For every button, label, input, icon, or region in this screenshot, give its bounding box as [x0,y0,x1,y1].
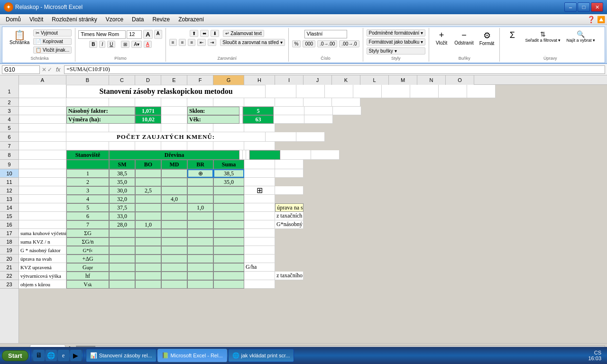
cell-F10-selected[interactable]: ⊕ [187,169,213,178]
cell-D20[interactable] [135,255,161,263]
cell-D7[interactable] [135,142,161,150]
cell-H19[interactable] [244,246,275,255]
cell-H15[interactable] [244,212,275,220]
col-header-H[interactable]: H [244,75,275,85]
row-header-20[interactable]: 20 [0,255,18,263]
cell-C5[interactable] [109,124,135,132]
fill-color-button[interactable]: A▾ [131,41,142,48]
cell-E12[interactable] [161,186,187,195]
close-btn[interactable]: ✕ [591,2,603,12]
cell-B2[interactable] [66,98,109,107]
cell-C16[interactable]: 28,0 [109,220,135,229]
cell-C22[interactable] [109,272,135,280]
cell-F20[interactable] [187,255,213,263]
cell-B7[interactable] [66,142,109,150]
cell-H3[interactable] [274,107,304,115]
cell-G18[interactable] [213,237,244,246]
cell-H18[interactable] [244,237,275,246]
cell-I2[interactable] [275,98,304,107]
cell-A3[interactable] [19,107,66,115]
cell-B21[interactable]: Gupr [66,263,109,272]
font-grow-button[interactable]: A [143,30,152,39]
number-format-dropdown[interactable]: Vlastní [304,30,347,38]
cell-D10[interactable] [135,169,161,178]
cell-H17[interactable] [244,229,275,237]
cell-B3[interactable]: Násobný faktor: [66,107,135,115]
col-header-K[interactable]: K [332,75,360,85]
cell-G22[interactable] [213,272,244,280]
cell-D5[interactable] [135,124,161,132]
delete-cells-button[interactable]: − Odstranit [452,29,476,47]
cell-F14[interactable]: 1,0 [187,203,213,212]
cell-E11[interactable] [161,178,187,186]
cell-B19[interactable]: G*fc [66,246,109,255]
cell-D21[interactable] [135,263,161,272]
restore-btn[interactable]: □ [578,2,590,12]
cell-B13[interactable]: 4 [66,195,109,203]
cell-styles-button[interactable]: Styly buňky ▾ [367,47,426,55]
cell-C23[interactable] [109,280,135,289]
menu-view[interactable]: Zobrazení [175,15,208,24]
cell-E21[interactable] [161,263,187,272]
cell-F23[interactable] [187,280,213,289]
col-header-B[interactable]: B [66,75,109,85]
conditional-format-button[interactable]: Podmíněné formátování ▾ [367,29,426,36]
cell-L1[interactable] [382,85,410,98]
cell-B9[interactable] [66,160,109,169]
cell-E13[interactable]: 4,0 [161,195,187,203]
cell-G23[interactable] [213,280,244,289]
cell-E10[interactable] [161,169,187,178]
format-as-table-button[interactable]: Formátovat jako tabulku ▾ [367,38,426,46]
confirm-formula-icon[interactable]: ✓ [47,66,52,73]
row-header-22[interactable]: 22 [0,272,18,280]
col-header-D[interactable]: D [135,75,161,85]
cell-B15[interactable]: 6 [66,212,109,220]
menu-home[interactable]: Domů [2,15,25,24]
cell-E23[interactable] [161,280,187,289]
paste-button[interactable]: 📋 Schránka [7,29,32,54]
row-header-5[interactable]: 5 [0,124,18,132]
col-header-O[interactable]: O [446,75,474,85]
cell-G17[interactable] [213,229,244,237]
taskbar-item-0[interactable]: 📊 Stanovení zásoby rel... [86,349,156,362]
menu-formulas[interactable]: Vzorce [102,15,127,24]
cell-F21[interactable] [187,263,213,272]
cell-F22[interactable] [187,272,213,280]
cell-G20[interactable] [213,255,244,263]
decrease-decimal-button[interactable]: .00→.0 [339,40,359,47]
cell-A2[interactable] [19,98,66,107]
col-header-G[interactable]: G [213,75,244,85]
cell-K2[interactable] [332,98,360,107]
cell-D12[interactable]: 2,5 [135,186,161,195]
cell-H12-icon[interactable]: ⊞ [244,186,275,195]
cell-C14[interactable]: 37,5 [109,203,135,212]
cell-I4[interactable] [304,115,333,124]
menu-data[interactable]: Data [128,15,147,24]
cell-G14[interactable] [213,203,244,212]
cell-C13[interactable]: 32,0 [109,195,135,203]
cell-G9-suma[interactable]: Suma [213,160,244,169]
cell-D19[interactable] [135,246,161,255]
minimize-btn[interactable]: – [564,2,577,12]
menu-insert[interactable]: Vložit [26,15,47,24]
taskbar-item-2[interactable]: 🌐 jak vkládat print scr... [228,349,294,362]
row-header-16[interactable]: 16 [0,220,18,229]
cell-D13[interactable] [135,195,161,203]
cell-A22[interactable]: výtvarnicová výška [19,272,66,280]
cell-B4[interactable]: Výměra (ha): [66,115,135,124]
cell-G15[interactable] [213,212,244,220]
bold-button[interactable]: B [89,41,97,48]
cell-A21[interactable]: KVZ upravená [19,263,66,272]
cell-G16[interactable] [213,220,244,229]
cell-C10[interactable]: 38,5 [109,169,135,178]
row-header-14[interactable]: 14 [0,203,18,212]
align-top-button[interactable]: ⬆ [190,30,198,37]
cell-F19[interactable] [187,246,213,255]
cell-B18[interactable]: ΣG/n [66,237,109,246]
cell-B8-stanoviste[interactable]: Stanoviště [66,150,109,160]
find-select-button[interactable]: 🔍 Najít a vybrat ▾ [564,29,598,44]
cell-G8[interactable] [249,150,280,160]
wrap-text-button[interactable]: ↵ Zalamovat text [223,30,264,37]
cell-J2[interactable] [304,98,332,107]
cell-I12[interactable] [275,186,304,195]
